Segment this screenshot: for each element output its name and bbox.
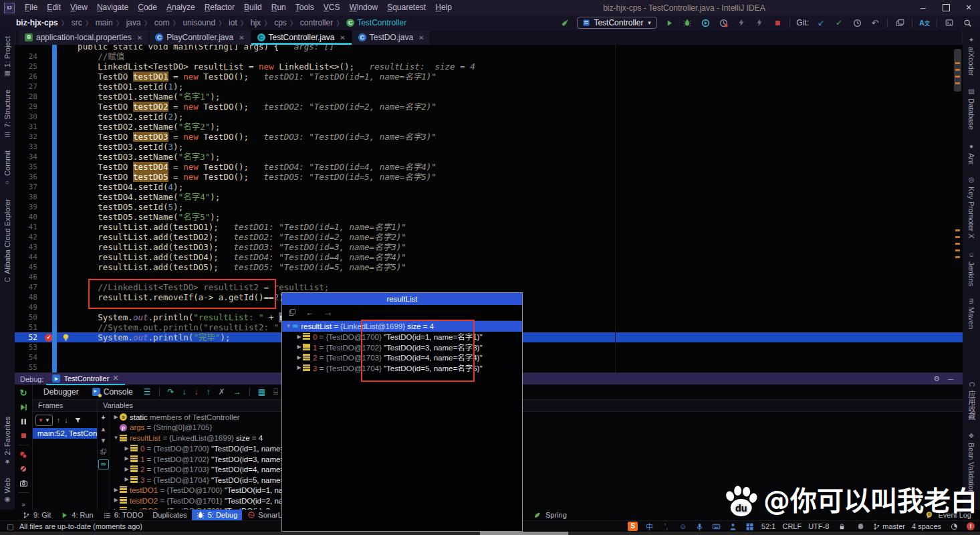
tool-button-jenkins[interactable]: ☺Jenkins bbox=[967, 251, 975, 286]
tree-row[interactable]: ▶2 = {TestDO@1703} "TestDO(id=4, name=名字… bbox=[110, 464, 963, 475]
tree-row[interactable]: ▶1 = {TestDO@1702} "TestDO(id=3, name=名字… bbox=[282, 342, 522, 352]
viewbp-icon[interactable] bbox=[17, 450, 29, 459]
rerun-icon[interactable]: ↻ bbox=[17, 388, 29, 398]
intention-bulb-icon[interactable] bbox=[62, 333, 70, 342]
editor-tab-PlayController.java[interactable]: CPlayController.java✕ bbox=[149, 30, 251, 45]
bolt-icon[interactable] bbox=[753, 17, 765, 29]
commit-icon[interactable]: ✓ bbox=[833, 17, 845, 29]
tool-button-7-structure[interactable]: ☰7: Structure bbox=[3, 90, 11, 138]
sogou-ime-icon[interactable]: S bbox=[628, 522, 638, 531]
stop-icon[interactable] bbox=[17, 431, 29, 440]
toolwindow-button-spring[interactable]: Spring bbox=[526, 510, 572, 520]
breadcrumb-item-cps[interactable]: cps bbox=[274, 18, 287, 27]
watches-toggle-icon[interactable]: ∞ bbox=[98, 459, 109, 469]
breadcrumb-item-com[interactable]: com bbox=[154, 18, 170, 27]
tab-console[interactable]: ▸Console bbox=[90, 385, 136, 399]
file-encoding[interactable]: UTF-8 bbox=[808, 522, 829, 530]
line-ending[interactable]: CRLF bbox=[782, 522, 802, 530]
tool-button-2-favorites[interactable]: ★2: Favorites bbox=[3, 417, 11, 465]
hammer-icon[interactable] bbox=[559, 17, 571, 29]
run-icon[interactable] bbox=[60, 511, 69, 520]
pause-icon[interactable] bbox=[17, 417, 29, 426]
update-icon[interactable]: ↙ bbox=[815, 17, 827, 29]
frame-up-icon[interactable]: ↑ bbox=[57, 416, 61, 424]
grid-icon[interactable] bbox=[745, 522, 755, 531]
step-over-icon[interactable]: ↓ bbox=[182, 387, 187, 397]
tool-button-ant[interactable]: ●Ant bbox=[967, 142, 975, 165]
menu-item-edit[interactable]: Edit bbox=[42, 3, 66, 12]
stop-icon[interactable] bbox=[771, 17, 783, 29]
tab-close-icon[interactable]: ✕ bbox=[340, 34, 345, 41]
run-icon[interactable] bbox=[663, 17, 675, 29]
menu-item-squaretest[interactable]: Squaretest bbox=[382, 3, 431, 12]
editor-tab-application-local.properties[interactable]: ⚙application-local.properties✕ bbox=[19, 30, 149, 45]
pie-icon[interactable] bbox=[948, 520, 960, 532]
breadcrumb-current[interactable]: CTestController bbox=[346, 18, 406, 27]
breadcrumb-item-unisound[interactable]: unisound bbox=[182, 18, 215, 27]
breadcrumb-item-iot[interactable]: iot bbox=[229, 18, 237, 27]
lock-icon[interactable] bbox=[836, 520, 848, 532]
menu-item-vcs[interactable]: VCS bbox=[319, 3, 345, 12]
tab-close-icon[interactable]: ✕ bbox=[137, 34, 142, 41]
debug-settings-gear-icon[interactable]: ⚙ bbox=[933, 374, 940, 383]
ide-error-icon[interactable]: ! bbox=[967, 522, 975, 530]
funnel-icon[interactable] bbox=[72, 414, 84, 426]
profiler-icon[interactable] bbox=[717, 17, 729, 29]
toolwindow-button-5-debug[interactable]: 5: Debug bbox=[192, 510, 243, 520]
search-icon[interactable] bbox=[961, 17, 973, 29]
tree-row[interactable]: ▶2 = {TestDO@1703} "TestDO(id=4, name=名字… bbox=[282, 352, 522, 363]
back-icon[interactable]: ← bbox=[305, 308, 314, 318]
settings-icon[interactable]: ⌸ bbox=[273, 387, 278, 397]
debug-icon[interactable] bbox=[681, 17, 693, 29]
copy-value-icon[interactable] bbox=[287, 308, 296, 317]
menu-item-help[interactable]: Help bbox=[431, 3, 457, 12]
menu-item-view[interactable]: View bbox=[66, 3, 92, 12]
mic-icon[interactable] bbox=[695, 522, 705, 531]
menu-item-analyze[interactable]: Analyze bbox=[162, 3, 200, 12]
toolwindow-button-4-run[interactable]: 4: Run bbox=[55, 510, 98, 520]
forward-icon[interactable]: → bbox=[324, 308, 332, 318]
tree-row[interactable]: pargs = {String[0]@1705} bbox=[110, 423, 963, 433]
branch-icon[interactable] bbox=[22, 511, 31, 520]
toolwindow-button-duplicates[interactable]: Duplicates bbox=[148, 510, 191, 520]
tool-button-database[interactable]: ▤Database bbox=[967, 88, 975, 130]
tree-row[interactable]: ▶1 = {TestDO@1702} "TestDO(id=3, name=名字… bbox=[110, 453, 963, 464]
force-step-into-icon[interactable]: ↓ bbox=[195, 387, 199, 397]
debug-icon[interactable] bbox=[197, 511, 205, 520]
menu-item-window[interactable]: Window bbox=[344, 3, 382, 12]
keyboard-icon[interactable] bbox=[711, 522, 721, 531]
resume-icon[interactable] bbox=[17, 403, 29, 412]
tree-row[interactable]: ▶0 = {TestDO@1700} "TestDO(id=1, name=名字… bbox=[282, 332, 522, 342]
tool-button-aixcoder[interactable]: ✦aiXcoder bbox=[967, 36, 975, 76]
more-icon[interactable]: » bbox=[21, 498, 25, 510]
menu-item-tools[interactable]: Tools bbox=[291, 3, 319, 12]
ime-language-icon[interactable]: 中 bbox=[644, 522, 654, 531]
scroll-down-icon[interactable]: ▼ bbox=[100, 437, 107, 444]
step-out-icon[interactable]: ↑ bbox=[207, 387, 211, 397]
folders-icon[interactable] bbox=[894, 17, 906, 29]
rollback-icon[interactable]: ↶ bbox=[869, 17, 881, 29]
evaluate-expression-icon[interactable]: ▦ bbox=[258, 387, 265, 397]
breadcrumb-item-main[interactable]: main bbox=[96, 18, 113, 27]
bolt-icon[interactable] bbox=[735, 17, 747, 29]
show-execution-point-icon[interactable]: ↷ bbox=[168, 387, 174, 397]
tool-button-key-promoter-x[interactable]: ◎Key Promoter X bbox=[967, 176, 975, 239]
menu-item-run[interactable]: Run bbox=[267, 3, 291, 12]
sonarlint-icon[interactable] bbox=[247, 511, 255, 520]
breadcrumb-item-src[interactable]: src bbox=[72, 18, 82, 27]
tab-close-icon[interactable]: ✕ bbox=[418, 34, 424, 41]
editor-tab-TestController.java[interactable]: CTestController.java✕ bbox=[251, 30, 352, 45]
menu-item-navigate[interactable]: Navigate bbox=[92, 3, 133, 12]
tool-button-commit[interactable]: ○Commit bbox=[3, 150, 11, 187]
scroll-up-icon[interactable]: ▲ bbox=[100, 425, 107, 433]
editor-scrollbar[interactable] bbox=[953, 45, 961, 372]
add-watch-icon[interactable]: + bbox=[102, 414, 106, 421]
terminal-icon[interactable] bbox=[943, 17, 955, 29]
todo-icon[interactable] bbox=[103, 511, 112, 520]
minimize-button[interactable]: ─ bbox=[912, 0, 935, 15]
tree-row[interactable]: ▶0 = {TestDO@1700} "TestDO(id=1, name=名字… bbox=[110, 443, 963, 454]
tree-row[interactable]: ▶sstatic members of TestController bbox=[110, 412, 963, 423]
camera-icon[interactable] bbox=[17, 478, 29, 488]
debug-session-tab[interactable]: ▸ TestController ✕ bbox=[46, 372, 124, 385]
tool-button-maven[interactable]: mMaven bbox=[967, 298, 975, 329]
